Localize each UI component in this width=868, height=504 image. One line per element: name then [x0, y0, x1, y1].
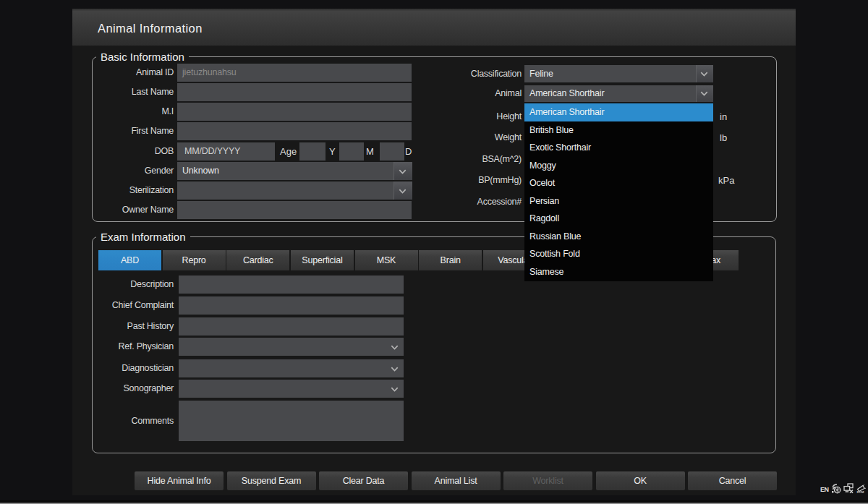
svg-text:DCM: DCM: [857, 490, 864, 494]
